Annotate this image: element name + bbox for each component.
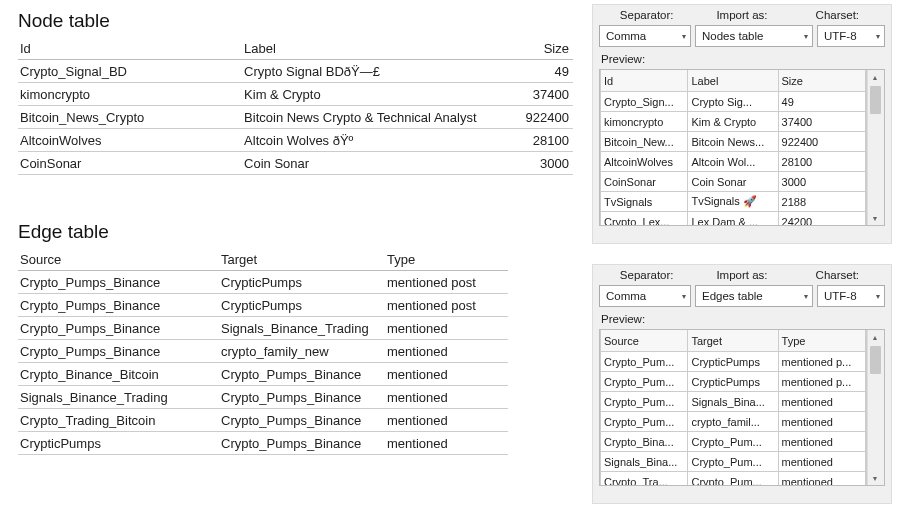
separator-combo[interactable]: Comma ▾: [599, 25, 691, 47]
node-th-size: Size: [524, 38, 573, 60]
charset-combo[interactable]: UTF-8 ▾: [817, 285, 885, 307]
cell: Bitcoin News...: [688, 132, 778, 152]
edge-th-type: Type: [385, 249, 508, 271]
preview-nodes: Id Label Size Crypto_Sign...Crypto Sig..…: [599, 69, 885, 226]
cell-source: Signals_Binance_Trading: [18, 386, 219, 409]
import-as-label: Import as:: [694, 269, 789, 281]
table-row[interactable]: Crypto_Pum...CrypticPumpsmentioned p...: [601, 372, 866, 392]
scroll-down-icon[interactable]: ▼: [868, 211, 882, 225]
cell-label: Crypto Signal BDðŸ—£: [242, 60, 524, 83]
scroll-thumb[interactable]: [870, 86, 881, 114]
import-as-combo[interactable]: Nodes table ▾: [695, 25, 813, 47]
chevron-down-icon: ▾: [804, 32, 808, 41]
cell-type: mentioned post: [385, 271, 508, 294]
cell: 3000: [778, 172, 865, 192]
preview-nodes-grid[interactable]: Id Label Size Crypto_Sign...Crypto Sig..…: [600, 70, 866, 225]
table-row[interactable]: CoinSonarCoin Sonar3000: [601, 172, 866, 192]
cell-type: mentioned: [385, 386, 508, 409]
preview-label: Preview:: [601, 53, 885, 65]
cell: Kim & Crypto: [688, 112, 778, 132]
cell: 49: [778, 92, 865, 112]
preview-th: Label: [688, 70, 778, 92]
cell: mentioned p...: [778, 352, 865, 372]
cell: Bitcoin_New...: [601, 132, 688, 152]
cell: mentioned: [778, 412, 865, 432]
table-row[interactable]: Crypto_Sign...Crypto Sig...49: [601, 92, 866, 112]
table-row: CoinSonarCoin Sonar3000: [18, 152, 573, 175]
cell: Crypto_Pum...: [688, 432, 778, 452]
cell: Crypto_Pum...: [601, 352, 688, 372]
table-row[interactable]: Crypto_Pum...Signals_Bina...mentioned: [601, 392, 866, 412]
cell-id: kimoncrypto: [18, 83, 242, 106]
import-as-combo[interactable]: Edges table ▾: [695, 285, 813, 307]
cell: Signals_Bina...: [601, 452, 688, 472]
table-row: Crypto_Pumps_BinanceCrypticPumpsmentione…: [18, 271, 508, 294]
table-row: Bitcoin_News_CryptoBitcoin News Crypto &…: [18, 106, 573, 129]
table-row: AltcoinWolvesAltcoin Wolves ðŸº28100: [18, 129, 573, 152]
cell-size: 3000: [524, 152, 573, 175]
table-row: Crypto_Pumps_Binancecrypto_family_newmen…: [18, 340, 508, 363]
cell-target: Crypto_Pumps_Binance: [219, 386, 385, 409]
preview-label: Preview:: [601, 313, 885, 325]
cell-id: Crypto_Signal_BD: [18, 60, 242, 83]
cell-type: mentioned: [385, 409, 508, 432]
preview-th: Target: [688, 330, 778, 352]
import-as-value: Nodes table: [702, 30, 763, 42]
chevron-down-icon: ▾: [682, 32, 686, 41]
table-row: CrypticPumpsCrypto_Pumps_Binancementione…: [18, 432, 508, 455]
table-row[interactable]: Bitcoin_New...Bitcoin News...922400: [601, 132, 866, 152]
cell: Crypto Sig...: [688, 92, 778, 112]
cell: Altcoin Wol...: [688, 152, 778, 172]
cell-target: Crypto_Pumps_Binance: [219, 432, 385, 455]
table-row[interactable]: Crypto_Lex...Lex Dam & ...24200: [601, 212, 866, 226]
cell-size: 37400: [524, 83, 573, 106]
cell: Crypto_Sign...: [601, 92, 688, 112]
table-row[interactable]: Crypto_Tra...Crypto_Pum...mentioned: [601, 472, 866, 486]
cell: mentioned: [778, 432, 865, 452]
cell-source: CrypticPumps: [18, 432, 219, 455]
edge-table: Source Target Type Crypto_Pumps_BinanceC…: [18, 249, 508, 455]
cell: 24200: [778, 212, 865, 226]
cell: mentioned: [778, 472, 865, 486]
scroll-up-icon[interactable]: ▲: [868, 330, 882, 344]
charset-combo[interactable]: UTF-8 ▾: [817, 25, 885, 47]
table-row[interactable]: Crypto_Bina...Crypto_Pum...mentioned: [601, 432, 866, 452]
cell-label: Kim & Crypto: [242, 83, 524, 106]
cell-type: mentioned: [385, 340, 508, 363]
chevron-down-icon: ▾: [682, 292, 686, 301]
cell: TvSignals 🚀: [688, 192, 778, 212]
table-row[interactable]: Signals_Bina...Crypto_Pum...mentioned: [601, 452, 866, 472]
table-row: Signals_Binance_TradingCrypto_Pumps_Bina…: [18, 386, 508, 409]
preview-edges-grid[interactable]: Source Target Type Crypto_Pum...CrypticP…: [600, 330, 866, 485]
scroll-up-icon[interactable]: ▲: [868, 70, 882, 84]
cell: 28100: [778, 152, 865, 172]
cell-target: CrypticPumps: [219, 294, 385, 317]
cell: Crypto_Pum...: [688, 472, 778, 486]
table-row[interactable]: AltcoinWolvesAltcoin Wol...28100: [601, 152, 866, 172]
preview-edges: Source Target Type Crypto_Pum...CrypticP…: [599, 329, 885, 486]
cell: 37400: [778, 112, 865, 132]
cell: TvSignals: [601, 192, 688, 212]
scrollbar[interactable]: ▲ ▼: [867, 70, 884, 225]
table-row[interactable]: Crypto_Pum...crypto_famil...mentioned: [601, 412, 866, 432]
cell-type: mentioned post: [385, 294, 508, 317]
table-row[interactable]: kimoncryptoKim & Crypto37400: [601, 112, 866, 132]
cell: CrypticPumps: [688, 372, 778, 392]
table-row[interactable]: Crypto_Pum...CrypticPumpsmentioned p...: [601, 352, 866, 372]
cell-label: Altcoin Wolves ðŸº: [242, 129, 524, 152]
scroll-thumb[interactable]: [870, 346, 881, 374]
scroll-down-icon[interactable]: ▼: [868, 471, 882, 485]
cell-id: Bitcoin_News_Crypto: [18, 106, 242, 129]
table-row[interactable]: TvSignalsTvSignals 🚀2188: [601, 192, 866, 212]
cell-target: CrypticPumps: [219, 271, 385, 294]
scrollbar[interactable]: ▲ ▼: [867, 330, 884, 485]
separator-combo[interactable]: Comma ▾: [599, 285, 691, 307]
chevron-down-icon: ▾: [876, 292, 880, 301]
edge-th-source: Source: [18, 249, 219, 271]
charset-value: UTF-8: [824, 30, 857, 42]
cell: kimoncrypto: [601, 112, 688, 132]
import-panel-edges: Separator: Import as: Charset: Comma ▾ E…: [592, 264, 892, 504]
node-th-label: Label: [242, 38, 524, 60]
table-row: Crypto_Pumps_BinanceSignals_Binance_Trad…: [18, 317, 508, 340]
cell: Crypto_Tra...: [601, 472, 688, 486]
